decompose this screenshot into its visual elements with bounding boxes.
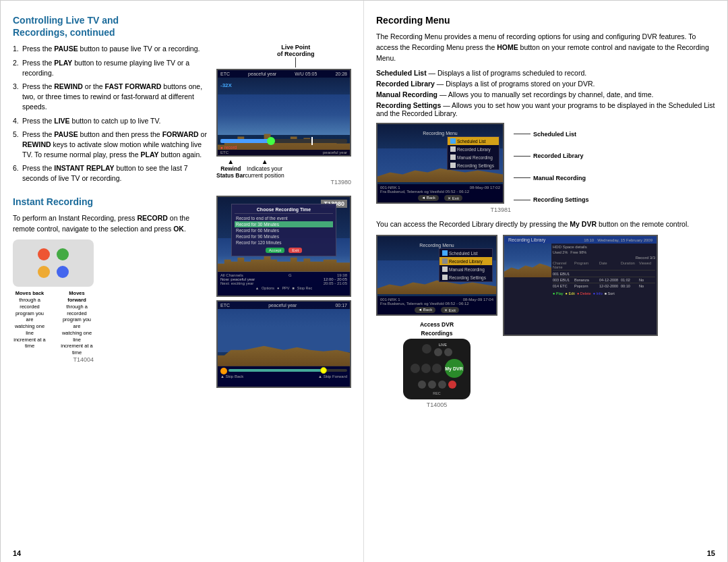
ref-t13981: T13981 (376, 206, 511, 213)
instant-recording-desc: To perform an Instant Recording, press R… (13, 213, 210, 235)
first-recording-screen-ann: Recording Menu Scheduled List (376, 123, 589, 215)
recording-menu-title: Recording Menu (376, 14, 715, 26)
step-2: 2. Press the PLAY button to resume playi… (13, 58, 210, 78)
scheduled-list-desc: Scheduled List — Displays a list of prog… (376, 69, 715, 77)
dvr-screen-main: ETC peaceful year W/U 05:05 20:28 -32X (216, 69, 351, 157)
skip-screen: ETC peaceful year 00:17 (216, 300, 351, 388)
recording-settings-desc: Recording Settings — Allows you to set h… (376, 101, 715, 117)
second-dvr-screen: Recording Menu Scheduled List Recorde (376, 235, 497, 316)
right-page: Recording Menu The Recording Menu provid… (364, 1, 727, 562)
lib-thumbnail: INSTANT (504, 244, 551, 277)
mydvr-section: Recording Menu Scheduled List Recorde (376, 235, 497, 410)
first-dvr-screen: Recording Menu Scheduled List (376, 123, 511, 215)
left-page: Controlling Live TV and Recordings, cont… (1, 1, 364, 562)
screen-annotations: ▲ Rewind Status Bar ▲ Indicates your cur… (216, 159, 284, 179)
manual-recording-desc: Manual Recording — Allows you to manuall… (376, 90, 715, 99)
step-6: 6. Press the INSTANT REPLAY button to se… (13, 163, 210, 183)
instant-recording-title: Instant Recording (13, 196, 210, 208)
page-number-left: 14 (13, 549, 21, 557)
steps-list: 1. Press the PAUSE button to pause live … (13, 44, 210, 183)
mydvr-remote: LIVE (403, 339, 471, 399)
remote-labels: Moves back through a recorded program yo… (13, 290, 94, 356)
recorded-library-note: You can access the Recorded Library dire… (376, 220, 715, 228)
moves-back-col: Moves back through a recorded program yo… (13, 290, 47, 356)
ref-t13980: T13980 (216, 179, 351, 186)
step-5: 5. Press the PAUSE button and then press… (13, 130, 210, 159)
recording-choice-screen: T13980 Choose Recording Time Record to e… (216, 196, 351, 297)
moves-forward-col: Moves forward through a recorded program… (60, 290, 94, 356)
menu-annotations: Scheduled List Recorded Library Manual R… (514, 123, 589, 210)
table-row: 003 EBU1 Bonanza 04-12-2008 01:02 No (553, 277, 655, 283)
recording-library-screen-section: Recording Library 18:10 Wednesday, 15 Fe… (503, 235, 715, 336)
table-row: 001 EBU1 (553, 271, 655, 277)
library-big-screen: Recording Library 18:10 Wednesday, 15 Fe… (503, 235, 658, 336)
instant-recording-section: Instant Recording To perform an Instant … (13, 196, 210, 388)
left-title: Controlling Live TV and Recordings, cont… (13, 14, 351, 38)
ref-t14005: T14005 (427, 401, 448, 408)
step-1: 1. Press the PAUSE button to pause live … (13, 44, 210, 54)
step-3: 3. Press the REWIND or the FAST FORWARD … (13, 82, 210, 111)
remote-buttons-image (13, 240, 94, 287)
live-point-annotation: Live Point of Recording (277, 44, 315, 67)
table-row: 014 ETC Popcorn 12-02-2000 00:10 No (553, 283, 655, 289)
recorded-library-desc: Recorded Library — Displays a list of pr… (376, 80, 715, 88)
page-number-right: 15 (707, 549, 715, 557)
ref-t14004: T14004 (13, 356, 94, 363)
recording-menu-desc: The Recording Menu provides a menu of re… (376, 32, 715, 63)
step-4: 4. Press the LIVE button to catch up to … (13, 116, 210, 126)
recording-screens-section: Recording Menu Scheduled List (376, 123, 715, 215)
bottom-right-section: Recording Menu Scheduled List Recorde (376, 235, 715, 410)
